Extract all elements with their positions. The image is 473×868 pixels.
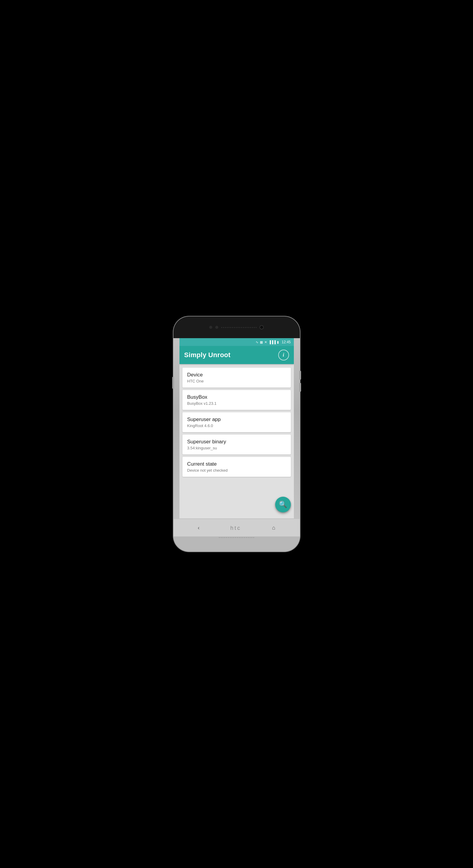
busybox-card-subtitle: BusyBox v1.23.1: [187, 401, 286, 406]
content-area: Device HTC One BusyBox BusyBox v1.23.1 S…: [179, 364, 294, 518]
info-button[interactable]: i: [278, 350, 289, 361]
superuser-app-card-title: Superuser app: [187, 416, 286, 423]
home-button[interactable]: ⌂: [272, 525, 275, 531]
app-bar: Simply Unroot i: [179, 346, 294, 364]
status-time: 12:45: [281, 340, 291, 344]
current-state-card-subtitle: Device not yet checked: [187, 468, 286, 472]
signal-x-icon: ✕: [264, 341, 267, 344]
nav-bar: ‹ htc ⌂: [173, 519, 300, 536]
device-card-subtitle: HTC One: [187, 379, 286, 383]
superuser-binary-card-subtitle: 3.54:kinguser_su: [187, 446, 286, 450]
superuser-binary-card: Superuser binary 3.54:kinguser_su: [182, 435, 291, 455]
current-state-card-title: Current state: [187, 461, 286, 467]
search-fab[interactable]: 🔍: [275, 497, 291, 513]
bottom-speaker: [219, 537, 254, 538]
volume-button[interactable]: [172, 377, 174, 389]
phone-top-bar: [173, 316, 300, 338]
front-sensor: [209, 326, 212, 329]
front-sensor-2: [215, 326, 218, 329]
superuser-app-card: Superuser app KingRoot 4.6.0: [182, 412, 291, 432]
status-bar: ∿ ▦ ✕ ▐▐▐ ▮ 12:45: [179, 338, 294, 346]
volume-down-button[interactable]: [299, 383, 301, 392]
device-card: Device HTC One: [182, 368, 291, 388]
busybox-card: BusyBox BusyBox v1.23.1: [182, 390, 291, 410]
top-speaker: [221, 327, 257, 328]
superuser-binary-card-title: Superuser binary: [187, 439, 286, 445]
phone-screen: ∿ ▦ ✕ ▐▐▐ ▮ 12:45 Simply Unroot i Device: [179, 338, 294, 518]
current-state-card: Current state Device not yet checked: [182, 457, 291, 477]
phone-bottom-bar: ‹ htc ⌂: [173, 519, 300, 552]
phone-device: ∿ ▦ ✕ ▐▐▐ ▮ 12:45 Simply Unroot i Device: [173, 316, 300, 552]
superuser-app-card-subtitle: KingRoot 4.6.0: [187, 424, 286, 428]
battery-icon: ▮: [277, 341, 279, 344]
wifi-icon: ∿: [256, 341, 258, 344]
device-card-title: Device: [187, 372, 286, 378]
fab-container: 🔍: [275, 497, 291, 513]
power-button[interactable]: [299, 371, 301, 380]
signal-bars-icon: ▐▐▐: [269, 341, 275, 344]
sim-icon: ▦: [260, 341, 263, 344]
htc-logo: htc: [230, 525, 241, 531]
search-fab-icon: 🔍: [279, 501, 287, 508]
app-title: Simply Unroot: [184, 351, 231, 359]
busybox-card-title: BusyBox: [187, 394, 286, 400]
info-icon: i: [283, 352, 284, 358]
front-camera: [260, 325, 264, 330]
back-button[interactable]: ‹: [198, 525, 200, 531]
